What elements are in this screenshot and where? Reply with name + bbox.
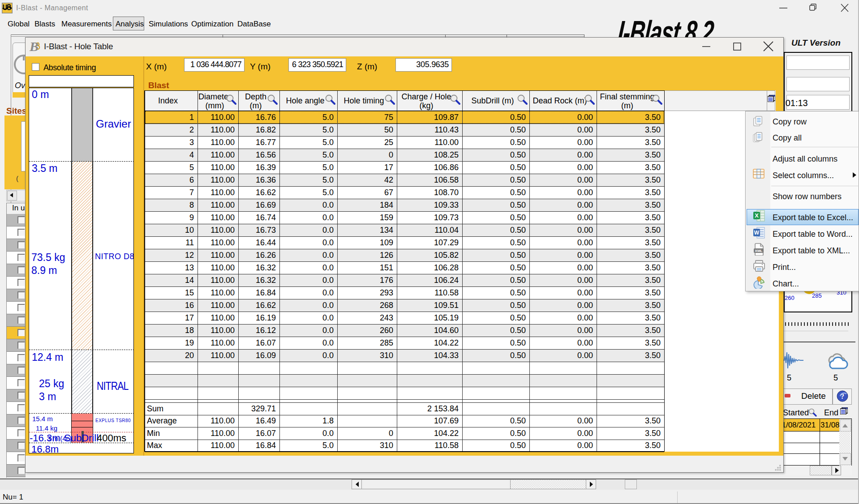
svg-text:?: ? bbox=[841, 393, 844, 400]
svg-text:X: X bbox=[755, 212, 759, 219]
svg-text:W: W bbox=[754, 230, 760, 236]
svg-text:XML: XML bbox=[755, 249, 763, 253]
